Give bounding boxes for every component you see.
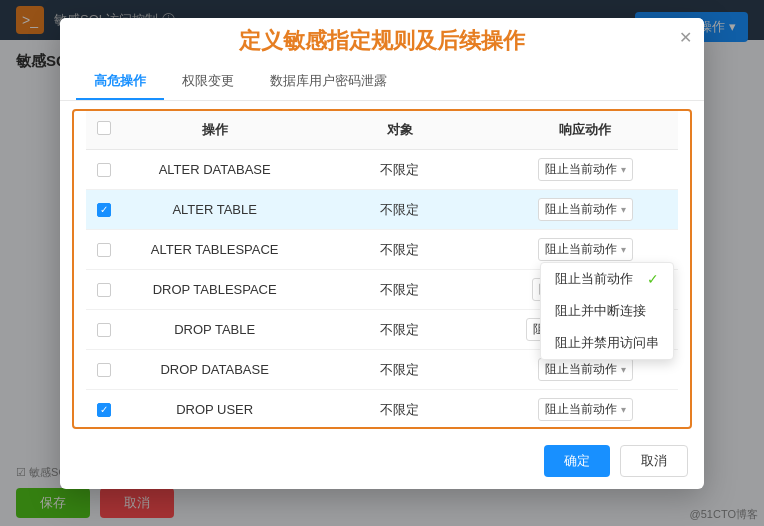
action-select-value: 阻止当前动作 — [545, 401, 617, 418]
row-action-cell: 阻止当前动作 ▾ 阻止当前动作 ✓ 阻止并中断连接 — [493, 234, 678, 265]
action-select-value: 阻止当前动作 — [545, 361, 617, 378]
dialog-main-title: 定义敏感指定规则及后续操作 — [76, 18, 688, 60]
table: 操作 对象 响应动作 ALTER DATABASE 不限定 阻止当前动作 ▾ — [86, 111, 678, 429]
row-operation: DROP USER — [122, 398, 307, 421]
action-select-value: 阻止当前动作 — [545, 161, 617, 178]
row-operation: ALTER TABLESPACE — [122, 238, 307, 261]
row-object: 不限定 — [307, 277, 492, 303]
row-operation: DROP DATABASE — [122, 358, 307, 381]
dropdown-item-ban[interactable]: 阻止并禁用访问串 — [541, 327, 673, 359]
row-object: 不限定 — [307, 197, 492, 223]
action-select[interactable]: 阻止当前动作 ▾ — [538, 238, 633, 261]
chevron-down-icon: ▾ — [621, 164, 626, 175]
row-checkbox-cell — [86, 319, 122, 341]
row-action-cell: 阻止当前动作 ▾ — [493, 154, 678, 185]
row-operation: DROP TABLESPACE — [122, 278, 307, 301]
row-operation: ALTER TABLE — [122, 198, 307, 221]
dropdown-item-disconnect[interactable]: 阻止并中断连接 — [541, 295, 673, 327]
action-select-value: 阻止当前动作 — [545, 201, 617, 218]
row-checkbox[interactable] — [97, 363, 111, 377]
chevron-down-icon: ▾ — [621, 404, 626, 415]
header-checkbox-col — [86, 117, 122, 143]
close-icon[interactable]: ✕ — [679, 28, 692, 47]
tab-db-user-password[interactable]: 数据库用户密码泄露 — [252, 64, 405, 100]
tab-permission-change[interactable]: 权限变更 — [164, 64, 252, 100]
action-select[interactable]: 阻止当前动作 ▾ — [538, 398, 633, 421]
header-object: 对象 — [307, 117, 492, 143]
chevron-down-icon: ▾ — [621, 204, 626, 215]
row-checkbox-cell — [86, 159, 122, 181]
row-object: 不限定 — [307, 357, 492, 383]
check-icon: ✓ — [647, 271, 659, 287]
dialog: 定义敏感指定规则及后续操作 ✕ 高危操作 权限变更 数据库用户密码泄露 操作 对… — [60, 18, 704, 489]
row-object: 不限定 — [307, 237, 492, 263]
table-row: DROP USER 不限定 阻止当前动作 ▾ — [86, 390, 678, 429]
row-operation: DROP TABLE — [122, 318, 307, 341]
row-checkbox[interactable] — [97, 403, 111, 417]
action-select[interactable]: 阻止当前动作 ▾ — [538, 158, 633, 181]
dialog-tabs: 高危操作 权限变更 数据库用户密码泄露 — [76, 64, 688, 100]
chevron-down-icon: ▾ — [621, 364, 626, 375]
row-object: 不限定 — [307, 397, 492, 423]
row-checkbox-cell — [86, 399, 122, 421]
dialog-cancel-button[interactable]: 取消 — [620, 445, 688, 477]
action-select[interactable]: 阻止当前动作 ▾ — [538, 198, 633, 221]
header-action: 响应动作 — [493, 117, 678, 143]
row-checkbox[interactable] — [97, 283, 111, 297]
header-operation: 操作 — [122, 117, 307, 143]
action-select[interactable]: 阻止当前动作 ▾ — [538, 358, 633, 381]
dialog-header: 定义敏感指定规则及后续操作 ✕ 高危操作 权限变更 数据库用户密码泄露 — [60, 18, 704, 101]
row-checkbox-cell — [86, 279, 122, 301]
action-select-value: 阻止当前动作 — [545, 241, 617, 258]
header-checkbox[interactable] — [97, 121, 111, 135]
action-dropdown-menu: 阻止当前动作 ✓ 阻止并中断连接 阻止并禁用访问串 — [540, 262, 674, 360]
chevron-down-icon: ▾ — [621, 244, 626, 255]
table-header: 操作 对象 响应动作 — [86, 111, 678, 150]
table-row: ALTER TABLESPACE 不限定 阻止当前动作 ▾ 阻止当前动作 ✓ — [86, 230, 678, 270]
row-checkbox-cell — [86, 239, 122, 261]
dropdown-item-label: 阻止并中断连接 — [555, 302, 646, 320]
row-checkbox[interactable] — [97, 163, 111, 177]
row-checkbox[interactable] — [97, 203, 111, 217]
table-area: 操作 对象 响应动作 ALTER DATABASE 不限定 阻止当前动作 ▾ — [72, 109, 692, 429]
confirm-button[interactable]: 确定 — [544, 445, 610, 477]
row-checkbox[interactable] — [97, 243, 111, 257]
row-action-cell: 阻止当前动作 ▾ — [493, 194, 678, 225]
row-checkbox-cell — [86, 359, 122, 381]
dropdown-item-label: 阻止并禁用访问串 — [555, 334, 659, 352]
background-page: >_ 敏感SQL访问控制 ⓘ 敏感SQL访问控制 添加敏感操作 ▾ 定义敏感指定… — [0, 0, 764, 526]
table-row: ALTER TABLE 不限定 阻止当前动作 ▾ — [86, 190, 678, 230]
row-action-cell: 阻止当前动作 ▾ — [493, 394, 678, 425]
row-checkbox[interactable] — [97, 323, 111, 337]
table-row: ALTER DATABASE 不限定 阻止当前动作 ▾ — [86, 150, 678, 190]
tab-high-risk[interactable]: 高危操作 — [76, 64, 164, 100]
row-checkbox-cell — [86, 199, 122, 221]
dialog-footer: 确定 取消 — [60, 437, 704, 489]
dropdown-item-block[interactable]: 阻止当前动作 ✓ — [541, 263, 673, 295]
row-operation: ALTER DATABASE — [122, 158, 307, 181]
dropdown-item-label: 阻止当前动作 — [555, 270, 633, 288]
row-object: 不限定 — [307, 157, 492, 183]
row-object: 不限定 — [307, 317, 492, 343]
